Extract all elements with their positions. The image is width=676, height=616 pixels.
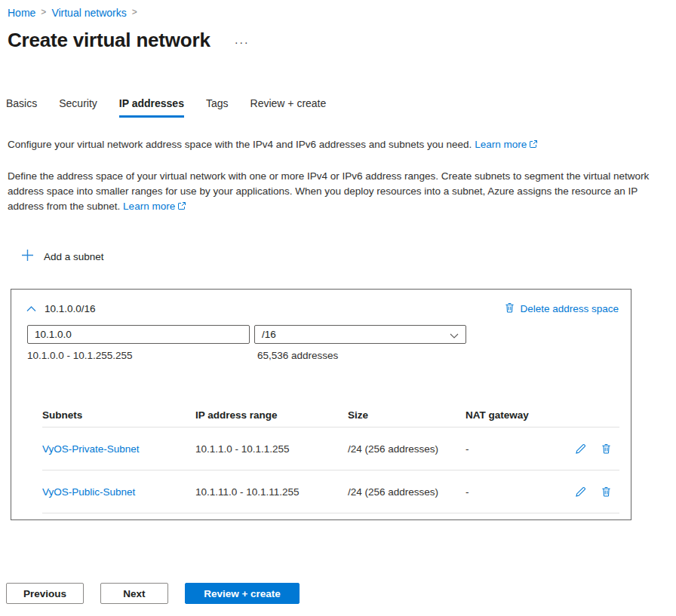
page-title: Create virtual network	[8, 29, 210, 52]
chevron-up-icon[interactable]	[26, 306, 36, 312]
tab-basics[interactable]: Basics	[6, 97, 37, 118]
subnet-link-public[interactable]: VyOS-Public-Subnet	[42, 486, 195, 498]
tab-security[interactable]: Security	[59, 97, 97, 118]
table-row: VyOS-Public-Subnet 10.1.11.0 - 10.1.11.2…	[42, 470, 619, 513]
cell-size: /24 (256 addresses)	[348, 486, 466, 498]
plus-icon	[21, 249, 34, 265]
delete-address-space-button[interactable]: Delete address space	[505, 302, 619, 315]
row-actions	[575, 486, 619, 498]
cell-ip-range: 10.1.1.0 - 10.1.1.255	[195, 443, 348, 455]
more-options-icon[interactable]: ···	[235, 35, 250, 48]
subnets-table: Subnets IP address range Size NAT gatewa…	[42, 403, 619, 513]
col-header-size: Size	[348, 409, 466, 421]
edit-subnet-button[interactable]	[575, 443, 586, 455]
address-range-text: 10.1.0.0 - 10.1.255.255	[27, 350, 257, 361]
breadcrumb-link-virtual-networks[interactable]: Virtual networks	[51, 7, 126, 19]
row-actions	[575, 443, 619, 455]
chevron-right-icon: >	[35, 7, 51, 17]
intro-text: Configure your virtual network address s…	[8, 137, 650, 153]
learn-more-link-2[interactable]: Learn more	[123, 201, 186, 212]
review-create-button[interactable]: Review + create	[185, 583, 300, 604]
chevron-right-icon: >	[127, 7, 143, 17]
next-button[interactable]: Next	[100, 583, 168, 604]
trash-icon	[505, 302, 515, 315]
delete-address-space-label: Delete address space	[520, 303, 619, 314]
prefix-selected-value: /16	[262, 329, 276, 340]
edit-subnet-button[interactable]	[575, 486, 586, 498]
external-link-icon	[177, 200, 186, 215]
breadcrumb: Home > Virtual networks >	[8, 7, 143, 19]
delete-subnet-button[interactable]	[601, 443, 611, 454]
subnets-table-header: Subnets IP address range Size NAT gatewa…	[42, 403, 619, 428]
add-subnet-label: Add a subnet	[44, 251, 104, 262]
tab-tags[interactable]: Tags	[206, 97, 229, 118]
footer-button-bar: Previous Next Review + create	[6, 583, 300, 604]
title-row: Create virtual network ···	[8, 29, 249, 52]
description-text-body: Define the address space of your virtual…	[8, 170, 649, 212]
tab-review-create[interactable]: Review + create	[250, 97, 327, 118]
tab-ip-addresses[interactable]: IP addresses	[119, 97, 184, 118]
breadcrumb-link-home[interactable]: Home	[8, 7, 35, 19]
table-row: VyOS-Private-Subnet 10.1.1.0 - 10.1.1.25…	[42, 428, 619, 470]
chevron-down-icon	[450, 328, 459, 342]
subnet-link-private[interactable]: VyOS-Private-Subnet	[42, 443, 195, 455]
address-space-panel: 10.1.0.0/16 Delete address space /16 10.…	[11, 289, 631, 520]
cell-nat-gateway: -	[466, 486, 567, 498]
description-text: Define the address space of your virtual…	[8, 169, 650, 215]
prefix-dropdown[interactable]: /16	[254, 325, 466, 344]
cell-nat-gateway: -	[466, 443, 567, 455]
previous-button[interactable]: Previous	[6, 583, 84, 604]
cell-size: /24 (256 addresses)	[348, 443, 466, 455]
learn-more-label: Learn more	[123, 201, 175, 212]
col-header-ip-range: IP address range	[195, 409, 348, 421]
address-count-text: 65,536 addresses	[257, 350, 338, 361]
external-link-icon	[529, 138, 538, 153]
learn-more-link[interactable]: Learn more	[475, 139, 538, 150]
intro-text-body: Configure your virtual network address s…	[8, 139, 472, 150]
delete-subnet-button[interactable]	[601, 486, 611, 497]
learn-more-label: Learn more	[475, 139, 527, 150]
address-space-header: 10.1.0.0/16 Delete address space	[11, 290, 631, 315]
address-input[interactable]	[27, 325, 250, 344]
cell-ip-range: 10.1.11.0 - 10.1.11.255	[195, 486, 348, 498]
col-header-subnets: Subnets	[42, 409, 195, 421]
address-space-summary: 10.1.0.0 - 10.1.255.255 65,536 addresses	[27, 350, 631, 361]
tab-bar: Basics Security IP addresses Tags Review…	[6, 97, 326, 118]
col-header-nat-gateway: NAT gateway	[466, 409, 567, 421]
address-space-inputs: /16	[27, 325, 619, 344]
add-subnet-button[interactable]: Add a subnet	[21, 249, 104, 265]
address-space-cidr: 10.1.0.0/16	[45, 303, 96, 314]
